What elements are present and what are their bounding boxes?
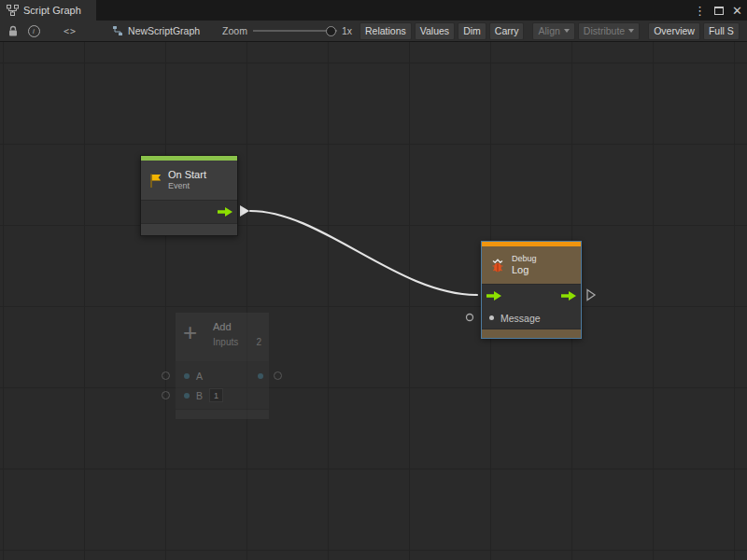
distribute-button[interactable]: Distribute bbox=[578, 22, 640, 40]
port-b-value-field[interactable]: 1 bbox=[209, 388, 223, 402]
overview-button[interactable]: Overview bbox=[648, 22, 700, 40]
zoom-slider[interactable] bbox=[253, 25, 337, 36]
node-footer bbox=[176, 409, 269, 419]
zoom-value: 1x bbox=[342, 25, 352, 36]
tab-title: Script Graph bbox=[23, 5, 81, 16]
node-footer bbox=[482, 329, 581, 338]
value-input-port-a[interactable] bbox=[184, 373, 190, 379]
port-a-label: A bbox=[196, 371, 203, 382]
on-start-ports bbox=[141, 200, 237, 223]
debug-log-node[interactable]: Debug Log Message bbox=[481, 241, 582, 339]
relations-button-label: Relations bbox=[365, 25, 406, 36]
graph-name: NewScriptGraph bbox=[128, 25, 200, 36]
close-icon[interactable]: ✕ bbox=[732, 5, 742, 17]
script-graph-asset-icon bbox=[112, 25, 123, 36]
control-input-port[interactable] bbox=[486, 291, 501, 301]
inputs-label: Inputs bbox=[213, 337, 238, 347]
toolbar: i <> NewScriptGraph Zoom 1x Relations Va… bbox=[0, 21, 747, 42]
node-title: On Start bbox=[168, 169, 206, 182]
node-category: Debug bbox=[512, 254, 537, 264]
control-flow-wire bbox=[250, 211, 477, 295]
port-row-b: B 1 bbox=[176, 385, 269, 405]
dropdown-caret-icon bbox=[564, 29, 570, 33]
graph-icon bbox=[7, 5, 19, 16]
lock-icon[interactable] bbox=[6, 21, 21, 41]
values-button-label: Values bbox=[420, 25, 449, 36]
node-footer bbox=[141, 223, 237, 235]
message-port-row: Message bbox=[482, 307, 581, 329]
distribute-button-label: Distribute bbox=[584, 25, 625, 36]
control-output-port[interactable] bbox=[561, 291, 576, 301]
output-hint-triangle-icon bbox=[587, 290, 595, 301]
wire-start-arrow-icon bbox=[240, 205, 249, 217]
add-node-header[interactable]: + Add Inputs 2 bbox=[176, 313, 269, 361]
fullscreen-button-label: Full S bbox=[709, 25, 734, 36]
dim-button[interactable]: Dim bbox=[458, 22, 486, 40]
node-subtitle: Event bbox=[168, 181, 206, 191]
overview-button-label: Overview bbox=[654, 25, 695, 36]
value-input-port-b[interactable] bbox=[184, 393, 190, 399]
plus-icon: + bbox=[183, 319, 207, 357]
port-hint-circle-icon bbox=[162, 391, 170, 399]
flag-icon bbox=[148, 173, 162, 189]
port-hint-circle-icon bbox=[274, 371, 282, 380]
menu-icon[interactable]: ⋮ bbox=[694, 5, 706, 17]
port-hint-circle-icon bbox=[162, 371, 170, 380]
zoom-slider-track bbox=[253, 30, 337, 32]
node-title: Add bbox=[213, 321, 261, 334]
maximize-icon[interactable] bbox=[714, 5, 724, 17]
value-output-port[interactable] bbox=[258, 373, 263, 379]
debug-log-header[interactable]: Debug Log bbox=[482, 246, 581, 284]
add-node-ports: A B 1 bbox=[176, 361, 269, 409]
on-start-node[interactable]: On Start Event bbox=[140, 155, 238, 236]
debug-log-ports bbox=[482, 284, 581, 307]
info-icon[interactable]: i bbox=[26, 21, 41, 41]
on-start-header[interactable]: On Start Event bbox=[141, 161, 237, 200]
message-port-label: Message bbox=[500, 313, 541, 324]
input-hint-circle-icon bbox=[467, 315, 473, 321]
node-title: Log bbox=[512, 264, 537, 277]
carry-button-label: Carry bbox=[495, 25, 519, 36]
align-button-label: Align bbox=[538, 25, 559, 36]
code-icon[interactable]: <> bbox=[63, 21, 77, 41]
carry-button[interactable]: Carry bbox=[489, 22, 525, 40]
message-input-port[interactable] bbox=[489, 315, 494, 320]
port-b-label: B bbox=[196, 390, 203, 401]
zoom-label: Zoom bbox=[222, 25, 247, 36]
zoom-slider-knob[interactable] bbox=[326, 26, 336, 36]
align-button[interactable]: Align bbox=[532, 22, 574, 40]
tab-script-graph[interactable]: Script Graph bbox=[0, 0, 96, 21]
graph-canvas[interactable]: On Start Event bbox=[0, 42, 747, 560]
graph-asset[interactable]: NewScriptGraph bbox=[112, 25, 200, 36]
dim-button-label: Dim bbox=[463, 25, 481, 36]
port-row-a: A bbox=[176, 366, 269, 385]
dropdown-caret-icon bbox=[628, 29, 634, 33]
bug-icon bbox=[489, 257, 506, 274]
titlebar: Script Graph ⋮ ✕ bbox=[0, 0, 747, 21]
inputs-count[interactable]: 2 bbox=[256, 337, 261, 347]
fullscreen-button[interactable]: Full S bbox=[703, 22, 740, 40]
connections-layer bbox=[0, 42, 747, 560]
window-controls: ⋮ ✕ bbox=[694, 0, 742, 21]
values-button[interactable]: Values bbox=[415, 22, 455, 40]
script-graph-window: Script Graph ⋮ ✕ i <> bbox=[0, 0, 747, 560]
add-node[interactable]: + Add Inputs 2 A B 1 bbox=[176, 313, 269, 419]
control-output-port[interactable] bbox=[218, 207, 233, 217]
relations-button[interactable]: Relations bbox=[359, 22, 412, 40]
